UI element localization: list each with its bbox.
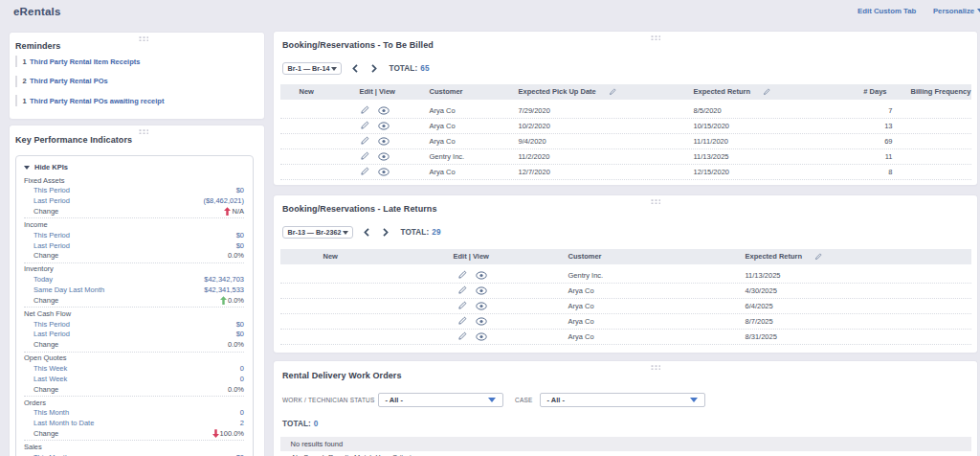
kpi-row-label[interactable]: This Period bbox=[24, 186, 70, 194]
edit-pencil-icon[interactable] bbox=[457, 331, 467, 341]
left-column: Reminders 1 Third Party Rental Item Rece… bbox=[10, 33, 264, 456]
kpi-row: Same Day Last Month $42,341,533 bbox=[24, 285, 244, 295]
reminder-item[interactable]: 1 Third Party Rental POs awaiting receip… bbox=[15, 95, 258, 106]
customer-cell: Arya Co bbox=[430, 106, 519, 115]
table-row: Arya Co 8/31/2025 bbox=[280, 330, 972, 345]
return-date-cell: 4/30/2025 bbox=[746, 286, 972, 295]
kpi-group: Sales This Month $0 bbox=[24, 441, 244, 456]
case-filter-dropdown[interactable]: - All - bbox=[540, 393, 705, 407]
return-date-cell: 8/7/2025 bbox=[746, 317, 972, 326]
hide-kpis-toggle[interactable]: Hide KPIs bbox=[24, 161, 244, 173]
kpi-row-value: $0 bbox=[236, 320, 244, 329]
days-cell: 11 bbox=[850, 152, 893, 161]
reminder-item[interactable]: 1 Third Party Rental Item Receipts bbox=[15, 56, 258, 67]
kpi-group: Income This Period $0 bbox=[24, 218, 244, 262]
change-arrow-icon bbox=[224, 207, 231, 216]
view-eye-icon[interactable] bbox=[378, 106, 390, 115]
view-eye-icon[interactable] bbox=[378, 137, 390, 146]
table-row: Gentry Inc. 11/2/2020 11/13/2025 11 bbox=[280, 149, 972, 165]
late-returns-rows: Gentry Inc. 11/13/2025 Arya Co 4/30/2025 bbox=[280, 268, 972, 345]
pickup-date-cell: 9/4/2020 bbox=[519, 137, 694, 146]
view-eye-icon[interactable] bbox=[378, 122, 390, 130]
kpi-row-value: 100.0% bbox=[212, 429, 244, 438]
kpi-row-label[interactable]: Last Month to Date bbox=[24, 419, 94, 427]
previous-page-button[interactable] bbox=[364, 228, 369, 237]
kpi-row-label[interactable]: This Period bbox=[24, 231, 70, 239]
status-filter-dropdown[interactable]: - All - bbox=[378, 393, 503, 407]
view-eye-icon[interactable] bbox=[476, 286, 487, 295]
kpi-row-label[interactable]: Last Period bbox=[24, 241, 70, 250]
kpi-group: Orders This Month 0 bbox=[24, 397, 244, 441]
edit-pencil-icon[interactable] bbox=[457, 270, 467, 280]
change-arrow-icon bbox=[212, 429, 219, 438]
edit-pencil-icon[interactable] bbox=[360, 167, 369, 176]
table-row: Arya Co 12/7/2020 12/15/2020 8 bbox=[280, 165, 972, 180]
drag-handle-icon[interactable] bbox=[138, 128, 148, 135]
reminder-item[interactable]: 2 Third Party Rental POs bbox=[15, 76, 258, 87]
view-eye-icon[interactable] bbox=[476, 271, 487, 280]
previous-page-button[interactable] bbox=[352, 64, 358, 73]
range-selector-dropdown[interactable]: Br-1 — Br-14 bbox=[282, 62, 342, 75]
edit-pencil-icon[interactable] bbox=[360, 105, 369, 115]
view-eye-icon[interactable] bbox=[476, 332, 487, 341]
drag-handle-icon[interactable] bbox=[650, 34, 660, 41]
kpi-group: Net Cash Flow This Period $0 bbox=[24, 308, 244, 352]
change-arrow-icon bbox=[220, 296, 227, 305]
kpi-row-label[interactable]: Last Period bbox=[24, 196, 70, 205]
view-eye-icon[interactable] bbox=[476, 317, 487, 326]
edit-pencil-icon[interactable] bbox=[360, 121, 369, 130]
drag-handle-icon[interactable] bbox=[138, 35, 148, 42]
edit-pencil-icon[interactable] bbox=[457, 316, 467, 326]
kpi-row-label[interactable]: This Month bbox=[24, 408, 69, 417]
personalize-link[interactable]: Personalize bbox=[933, 7, 974, 15]
kpi-row-label[interactable]: Last Period bbox=[24, 330, 70, 338]
days-cell: 13 bbox=[850, 122, 893, 130]
column-header-pickup: Expected Pick Up Date bbox=[519, 87, 694, 96]
kpi-row: This Week 0 bbox=[24, 363, 244, 374]
kpi-row: Last Period $0 bbox=[24, 330, 244, 340]
edit-pencil-icon[interactable] bbox=[457, 285, 467, 295]
reminder-link[interactable]: Third Party Rental POs bbox=[30, 77, 108, 85]
kpi-row-label[interactable]: This Period bbox=[24, 320, 70, 329]
return-date-cell: 8/31/2025 bbox=[746, 332, 972, 341]
late-returns-controls: Br-13 — Br-2362 TOTAL:29 bbox=[282, 226, 971, 239]
column-header-days: # Days bbox=[850, 87, 893, 96]
kpi-row: Last Period $0 bbox=[24, 240, 244, 251]
drag-handle-icon[interactable] bbox=[650, 198, 660, 205]
page-title: eRentals bbox=[13, 6, 61, 17]
reminder-link[interactable]: Third Party Rental POs awaiting receipt bbox=[30, 97, 164, 105]
reminder-link[interactable]: Third Party Rental Item Receipts bbox=[30, 57, 140, 66]
drag-handle-icon[interactable] bbox=[650, 364, 660, 371]
kpi-row-label: Change bbox=[24, 251, 58, 260]
kpi-row-label[interactable]: This Week bbox=[24, 364, 67, 373]
view-eye-icon[interactable] bbox=[476, 302, 487, 310]
next-page-button[interactable] bbox=[371, 64, 377, 73]
to-be-billed-title: Booking/Reservations - To Be Billed bbox=[282, 40, 971, 50]
kpi-row-label[interactable]: Today bbox=[24, 275, 53, 284]
kpi-row: This Period $0 bbox=[24, 319, 244, 330]
edit-pencil-icon[interactable] bbox=[360, 136, 369, 146]
return-date-cell: 12/15/2020 bbox=[694, 168, 850, 176]
view-eye-icon[interactable] bbox=[378, 152, 390, 161]
total-label: TOTAL:29 bbox=[400, 228, 440, 237]
no-results-banner: No results found bbox=[280, 437, 972, 452]
next-page-button[interactable] bbox=[383, 228, 389, 237]
edit-custom-tab-link[interactable]: Edit Custom Tab bbox=[858, 7, 916, 15]
caret-down-icon bbox=[690, 398, 698, 402]
edit-pencil-icon[interactable] bbox=[457, 301, 467, 310]
range-selector-dropdown[interactable]: Br-13 — Br-2362 bbox=[282, 226, 353, 239]
kpi-title: Key Performance Indicators bbox=[15, 135, 254, 145]
days-cell: 8 bbox=[850, 168, 893, 176]
kpi-row: Change 0.0% bbox=[24, 384, 244, 395]
kpi-row-label[interactable]: Same Day Last Month bbox=[24, 285, 104, 294]
reminder-count: 2 bbox=[21, 77, 28, 85]
view-eye-icon[interactable] bbox=[378, 168, 390, 176]
kpi-row-value: 0.0% bbox=[228, 340, 244, 349]
kpi-row-label[interactable]: Last Week bbox=[24, 375, 67, 383]
column-header-new: New bbox=[280, 87, 360, 96]
column-header-return: Expected Return bbox=[746, 252, 972, 261]
return-date-cell: 11/13/2025 bbox=[746, 271, 972, 280]
reminders-title: Reminders bbox=[15, 41, 258, 51]
total-count: 0 bbox=[314, 420, 319, 428]
edit-pencil-icon[interactable] bbox=[360, 151, 369, 161]
